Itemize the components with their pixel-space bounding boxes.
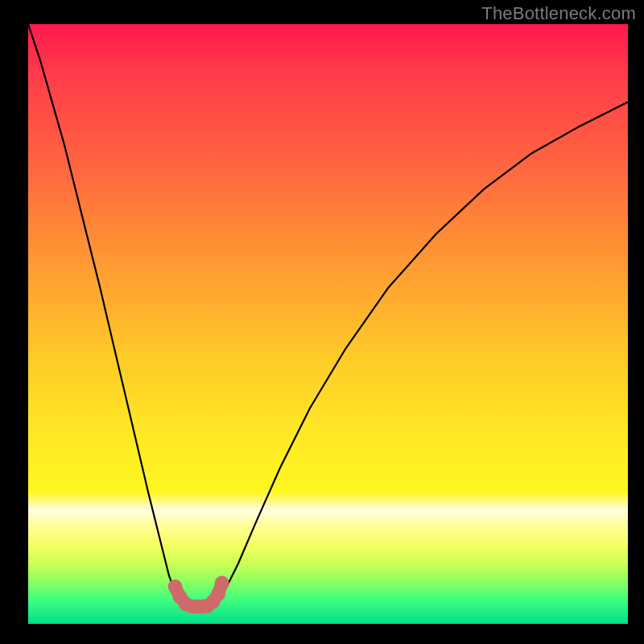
watermark-text: TheBottleneck.com: [481, 3, 636, 24]
curve-svg: [28, 24, 628, 624]
curve-right-branch: [208, 102, 629, 606]
chart-frame: TheBottleneck.com: [0, 0, 644, 644]
highlight-dot: [215, 576, 229, 590]
curve-left-branch: [28, 24, 190, 606]
plot-area: [28, 24, 628, 624]
